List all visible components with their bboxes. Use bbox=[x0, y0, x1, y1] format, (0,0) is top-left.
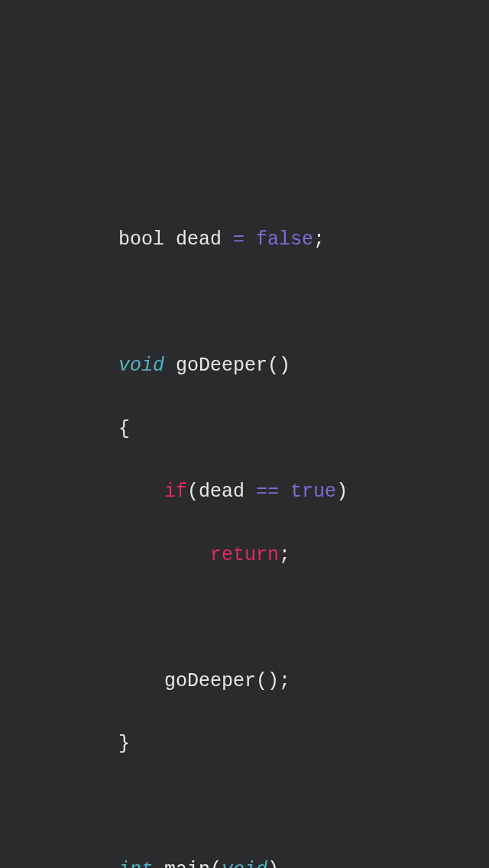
open-paren: ( bbox=[210, 859, 222, 868]
code-line: goDeeper(); bbox=[118, 666, 489, 697]
function-call: goDeeper bbox=[164, 670, 256, 692]
code-line: int main(void) bbox=[118, 854, 489, 868]
code-line bbox=[118, 602, 489, 633]
call-parens: (); bbox=[256, 670, 290, 692]
semicolon: ; bbox=[279, 544, 290, 566]
identifier: dead bbox=[199, 481, 244, 503]
close-paren: ) bbox=[267, 859, 279, 868]
operator: = bbox=[233, 228, 244, 251]
code-line: return; bbox=[118, 539, 489, 571]
code-line bbox=[118, 792, 489, 823]
function-name: goDeeper bbox=[176, 355, 267, 377]
type-keyword: int bbox=[118, 859, 153, 868]
open-brace: { bbox=[118, 418, 130, 440]
code-line: bool dead = false; bbox=[118, 224, 489, 255]
close-brace: } bbox=[118, 733, 130, 755]
type-keyword: void bbox=[118, 355, 164, 377]
boolean-literal: false bbox=[256, 228, 313, 251]
semicolon: ; bbox=[313, 228, 325, 251]
code-line bbox=[118, 287, 489, 319]
code-line: } bbox=[118, 728, 489, 760]
return-keyword: return bbox=[210, 544, 279, 566]
type-keyword: void bbox=[222, 859, 267, 868]
type-keyword: bool bbox=[118, 228, 164, 251]
function-name: main bbox=[164, 859, 210, 868]
if-keyword: if bbox=[164, 481, 187, 503]
identifier: dead bbox=[176, 228, 222, 251]
code-block: bool dead = false; void goDeeper() { if(… bbox=[0, 0, 489, 868]
close-paren: ) bbox=[336, 481, 348, 503]
operator: == bbox=[256, 481, 279, 503]
boolean-literal: true bbox=[290, 481, 336, 503]
code-line: if(dead == true) bbox=[118, 476, 489, 507]
parentheses: () bbox=[267, 355, 290, 377]
code-line: { bbox=[118, 413, 489, 445]
code-line: void goDeeper() bbox=[118, 350, 489, 381]
open-paren: ( bbox=[187, 481, 199, 503]
